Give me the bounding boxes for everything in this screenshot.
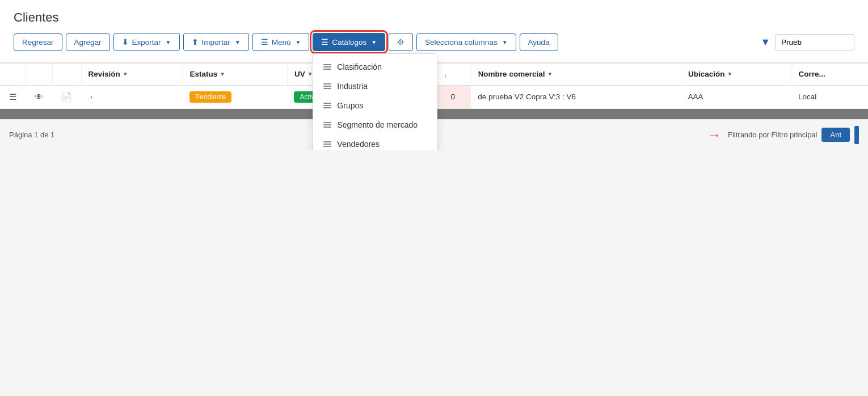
gear-button[interactable]: ⚙ xyxy=(389,33,413,51)
arrow-right-icon[interactable]: › xyxy=(88,92,95,102)
download-icon: ⬇ xyxy=(122,37,129,47)
sort-icon: ▼ xyxy=(727,71,732,77)
menu-lines-icon xyxy=(323,83,331,89)
regresar-button[interactable]: Regresar xyxy=(14,33,62,51)
gear-icon: ⚙ xyxy=(397,37,404,47)
caret-down-icon: ▼ xyxy=(166,39,171,45)
ayuda-button[interactable]: Ayuda xyxy=(520,33,558,51)
sort-up-icon: ↑ xyxy=(444,73,447,79)
list-row-icon[interactable]: ☰ xyxy=(7,91,19,103)
col-corre: Corre... xyxy=(791,64,868,86)
col-revision[interactable]: Revisión ▼ xyxy=(81,64,183,86)
menu-button[interactable]: ☰ Menú ▼ xyxy=(252,33,310,51)
caret-down-icon: ▼ xyxy=(371,39,377,45)
col-actions xyxy=(0,64,26,86)
toolbar: Regresar Agregar ⬇ Exportar ▼ ⬆ Importar… xyxy=(14,33,854,57)
red-arrow-icon: → xyxy=(707,127,721,143)
cell-row-icon: ☰ xyxy=(0,85,26,108)
cell-view: 👁 xyxy=(26,85,52,108)
upload-icon: ⬆ xyxy=(192,37,199,47)
catalogos-dropdown-menu: Clasificación Industria Grupos xyxy=(313,53,437,150)
revision-badge: Pendiente xyxy=(189,91,231,103)
exportar-button[interactable]: ⬇ Exportar ▼ xyxy=(113,33,180,51)
menu-lines-icon xyxy=(323,64,331,70)
importar-button[interactable]: ⬆ Importar ▼ xyxy=(183,33,249,51)
dropdown-item[interactable]: Segmento de mercado xyxy=(313,115,437,134)
catalogos-button[interactable]: ☰ Catálogos ▼ xyxy=(313,33,385,51)
filter-icon: ▼ xyxy=(760,36,770,48)
menu-lines-icon xyxy=(323,103,331,108)
catalogos-dropdown-wrapper: ☰ Catálogos ▼ Clasificación xyxy=(313,33,385,51)
sort-icon: ▼ xyxy=(123,71,128,77)
col-nombre-comercial[interactable]: Nombre comercial ▼ xyxy=(471,64,681,86)
caret-down-icon: ▼ xyxy=(502,39,508,45)
dropdown-item[interactable]: Grupos xyxy=(313,96,437,115)
pagination-left: Página 1 de 1 xyxy=(9,130,54,139)
pagination-right: → Filtrando por Filtro principal Ant xyxy=(707,126,859,144)
col-edit xyxy=(52,64,81,86)
dropdown-item[interactable]: Clasificación xyxy=(313,57,437,77)
cell-description: de prueba V2 Copra V:3 : V6 xyxy=(471,85,681,108)
doc-icon[interactable]: 📄 xyxy=(59,91,74,103)
col-view xyxy=(26,64,52,86)
page-header: Clientes Regresar Agregar ⬇ Exportar ▼ ⬆… xyxy=(0,0,868,63)
col-estatus[interactable]: Estatus ▼ xyxy=(183,64,287,86)
cell-ubicacion: Local xyxy=(791,85,868,108)
search-area: ▼ xyxy=(760,34,854,50)
menu-icon: ☰ xyxy=(261,37,268,47)
menu-lines-icon xyxy=(323,141,331,147)
col-ubicacion[interactable]: Ubicación ▼ xyxy=(681,64,791,86)
list-icon: ☰ xyxy=(321,37,328,47)
agregar-button[interactable]: Agregar xyxy=(66,33,110,51)
search-input[interactable] xyxy=(775,34,854,50)
filter-label: Filtrando por Filtro principal xyxy=(728,130,818,139)
cell-kpi: 0 xyxy=(435,85,471,108)
menu-lines-icon xyxy=(323,122,331,128)
dropdown-item[interactable]: Industria xyxy=(313,77,437,96)
dropdown-item[interactable]: Vendedores xyxy=(313,134,437,150)
selecciona-columnas-button[interactable]: Selecciona columnas ▼ xyxy=(416,33,516,51)
cell-revision: Pendiente xyxy=(183,85,287,108)
sort-icon: ▼ xyxy=(307,71,313,77)
page-info: Página 1 de 1 xyxy=(9,130,54,139)
ant-button[interactable]: Ant xyxy=(821,128,850,142)
eye-icon[interactable]: 👁 xyxy=(32,91,45,103)
page-title: Clientes xyxy=(14,10,854,25)
caret-down-icon: ▼ xyxy=(235,39,241,45)
sort-icon: ▼ xyxy=(547,71,553,77)
caret-down-icon: ▼ xyxy=(295,39,301,45)
col-extra[interactable]: ↑ xyxy=(435,64,471,86)
cell-arrow: › xyxy=(81,85,183,108)
sort-icon: ▼ xyxy=(220,71,225,77)
next-indicator xyxy=(854,126,859,144)
cell-nombre-comercial: AAA xyxy=(681,85,791,108)
cell-edit: 📄 xyxy=(52,85,81,108)
